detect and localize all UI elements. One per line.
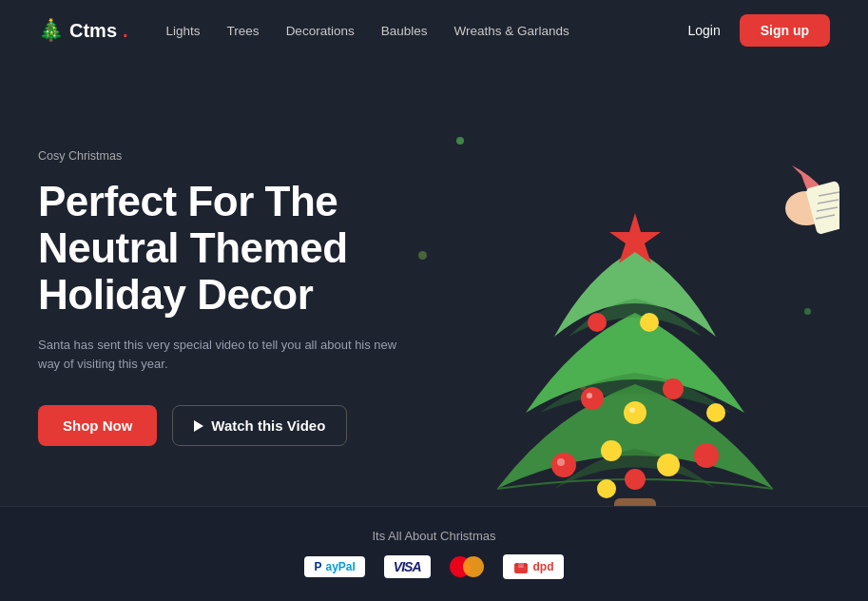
logo[interactable]: 🎄 Ctms. — [38, 18, 128, 43]
navbar: 🎄 Ctms. Lights Trees Decorations Baubles… — [0, 0, 868, 61]
svg-point-6 — [694, 443, 719, 468]
hero-description: Santa has sent this very special video t… — [38, 336, 399, 376]
nav-wreaths[interactable]: Wreaths & Garlands — [453, 24, 569, 38]
shop-now-button[interactable]: Shop Now — [38, 405, 157, 446]
svg-point-12 — [640, 313, 659, 332]
nav-right: Login Sign up — [687, 14, 830, 47]
svg-rect-29 — [518, 563, 524, 568]
svg-point-13 — [597, 479, 616, 498]
watch-video-button[interactable]: Watch this Video — [172, 405, 347, 446]
paypal-ay-text: ayPal — [325, 560, 355, 573]
mastercard-badge — [450, 556, 484, 577]
login-button[interactable]: Login — [687, 23, 720, 38]
dpd-badge: dpd — [503, 554, 564, 579]
payment-icons: PayPal VISA dpd — [304, 554, 563, 579]
paypal-p-icon: P — [314, 560, 321, 573]
play-icon — [194, 420, 203, 432]
svg-point-8 — [588, 313, 607, 332]
nav-lights[interactable]: Lights — [166, 24, 201, 38]
hero-section: Cosy Christmas Perfect For The Neutral T… — [0, 61, 868, 506]
mastercard-orange-circle — [463, 556, 484, 577]
signup-button[interactable]: Sign up — [740, 14, 830, 47]
nav-links: Lights Trees Decorations Baubles Wreaths… — [166, 24, 688, 38]
svg-point-16 — [629, 407, 635, 413]
hero-title: Perfect For The Neutral Themed Holiday D… — [38, 178, 447, 319]
nav-decorations[interactable]: Decorations — [286, 24, 355, 38]
visa-badge: VISA — [384, 555, 431, 578]
nav-trees[interactable]: Trees — [227, 24, 260, 38]
watch-video-label: Watch this Video — [211, 417, 325, 434]
svg-point-5 — [551, 453, 576, 477]
dpd-text: dpd — [533, 560, 554, 573]
svg-point-17 — [557, 458, 565, 466]
visa-text: VISA — [394, 559, 421, 574]
svg-point-9 — [624, 401, 646, 424]
svg-point-10 — [601, 440, 622, 461]
nav-baubles[interactable]: Baubles — [381, 24, 428, 38]
dot-lime-1 — [418, 251, 427, 260]
svg-point-3 — [581, 387, 604, 410]
footer-title: Its All About Christmas — [372, 529, 495, 543]
svg-point-7 — [625, 469, 646, 490]
dpd-box-icon — [512, 558, 530, 575]
paypal-badge: PayPal — [304, 556, 364, 577]
svg-point-15 — [587, 393, 592, 398]
footer-strip: Its All About Christmas PayPal VISA dpd — [0, 506, 868, 601]
svg-point-11 — [657, 454, 680, 476]
logo-text: Ctms — [69, 20, 117, 42]
svg-point-4 — [663, 378, 684, 399]
logo-dot: . — [123, 20, 128, 42]
svg-point-14 — [706, 403, 725, 422]
logo-icon: 🎄 — [38, 18, 64, 43]
